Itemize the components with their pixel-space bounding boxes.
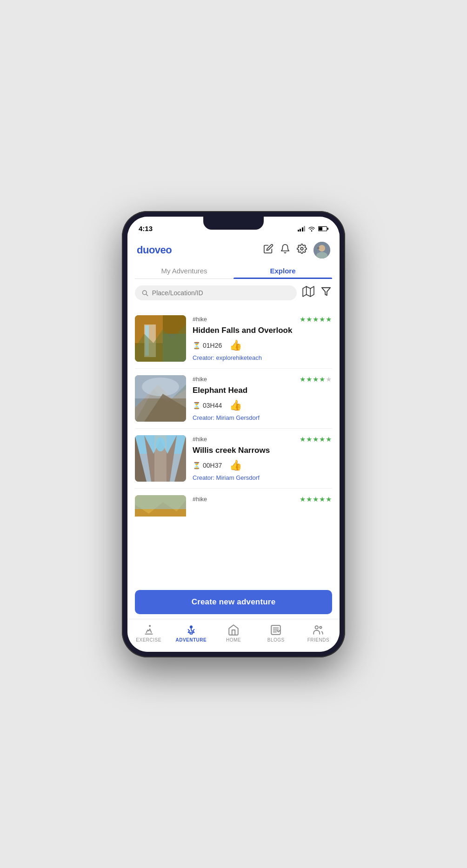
adventure-info: #hike ★★★★★ Hidden Falls and Overlook ⏳ …	[193, 315, 332, 362]
blogs-icon	[270, 624, 282, 636]
adventure-stars: ★★★★★	[300, 435, 332, 444]
home-icon	[227, 624, 240, 636]
tab-explore[interactable]: Explore	[234, 262, 332, 278]
thumbup-icon[interactable]: 👍	[229, 459, 242, 471]
creator[interactable]: Creator: explorehiketeach	[193, 354, 332, 361]
signal-icon	[298, 226, 306, 232]
adventure-top: #hike ★★★★★	[193, 375, 332, 384]
adventure-info-partial: #hike ★★★★★	[193, 495, 332, 517]
hourglass-icon: ⏳	[193, 462, 200, 469]
hourglass-icon: ⏳	[193, 342, 200, 349]
time-badge: ⏳ 01H26	[193, 342, 222, 349]
adventure-stars: ★★★★★	[300, 315, 332, 324]
svg-point-44	[315, 626, 319, 629]
duration: 03H44	[203, 402, 222, 409]
battery-icon	[318, 226, 328, 232]
duration: 00H37	[203, 462, 222, 469]
adventure-title: Hidden Falls and Overlook	[193, 326, 332, 335]
nav-item-friends[interactable]: FRIENDS	[297, 622, 340, 644]
svg-point-3	[300, 247, 303, 250]
nav-item-adventure[interactable]: ADVENTURE	[170, 622, 212, 644]
adventure-tag-partial: #hike	[193, 496, 207, 503]
nav-label-adventure: ADVENTURE	[175, 637, 207, 643]
svg-rect-8	[317, 247, 320, 249]
avatar[interactable]	[314, 242, 330, 258]
adventure-meta: ⏳ 01H26 👍	[193, 339, 332, 351]
adventure-image-partial	[135, 495, 186, 517]
adventure-item[interactable]: #hike ★★★★★ Willis creek Narrows ⏳ 00H37…	[135, 429, 332, 489]
adventure-meta: ⏳ 00H37 👍	[193, 459, 332, 471]
adventure-meta: ⏳ 03H44 👍	[193, 399, 332, 411]
svg-line-39	[193, 629, 194, 630]
edit-icon[interactable]	[263, 244, 274, 256]
nav-item-home[interactable]: HOME	[212, 622, 254, 644]
search-input[interactable]	[152, 289, 290, 297]
nav-label-home: HOME	[226, 637, 241, 643]
status-bar: 4:13	[127, 217, 340, 237]
notch	[203, 217, 264, 230]
svg-point-7	[319, 245, 325, 252]
create-btn-wrap: Create new adventure	[127, 585, 340, 619]
nav-label-blogs: BLOGS	[267, 637, 285, 643]
adventure-image	[135, 375, 186, 422]
adventure-tag: #hike	[193, 436, 207, 443]
adventure-image	[135, 315, 186, 362]
app-logo: duoveo	[137, 244, 172, 256]
nav-label-exercise: EXERCISE	[136, 637, 161, 643]
map-icon[interactable]	[301, 285, 315, 301]
creator[interactable]: Creator: Miriam Gersdorf	[193, 414, 332, 421]
time-badge: ⏳ 03H44	[193, 402, 222, 409]
adventure-stars: ★★★★★	[300, 375, 332, 384]
gear-icon[interactable]	[297, 244, 307, 256]
friends-icon	[312, 624, 324, 636]
adventure-item-partial: #hike ★★★★★	[135, 489, 332, 517]
svg-marker-11	[303, 286, 314, 297]
svg-line-10	[146, 294, 147, 295]
search-bar	[135, 285, 332, 301]
svg-rect-36	[135, 495, 186, 509]
phone-frame: 4:13	[122, 211, 345, 657]
adventure-item[interactable]: #hike ★★★★★ Hidden Falls and Overlook ⏳ …	[135, 309, 332, 369]
creator[interactable]: Creator: Miriam Gersdorf	[193, 474, 332, 481]
adventure-top: #hike ★★★★★	[193, 435, 332, 444]
adventure-title: Elephant Head	[193, 386, 332, 395]
search-icon	[141, 289, 148, 297]
svg-point-33	[156, 437, 165, 451]
app-content: duoveo	[127, 237, 340, 652]
adventure-title: Willis creek Narrows	[193, 446, 332, 455]
adventures-list: #hike ★★★★★ Hidden Falls and Overlook ⏳ …	[127, 305, 340, 585]
status-icons	[298, 226, 329, 232]
app-header: duoveo	[127, 237, 340, 262]
time-badge: ⏳ 00H37	[193, 462, 222, 469]
header-icons	[263, 242, 330, 258]
tabs: My Adventures Explore	[135, 262, 332, 279]
map-filter-icons	[301, 285, 332, 301]
wifi-icon	[308, 226, 315, 232]
filter-icon[interactable]	[320, 285, 332, 300]
thumbup-icon[interactable]: 👍	[229, 399, 242, 411]
nav-item-exercise[interactable]: EXERCISE	[127, 622, 170, 644]
phone-screen: 4:13	[127, 217, 340, 652]
search-input-wrap	[135, 285, 297, 300]
svg-point-45	[320, 626, 322, 628]
adventure-image	[135, 435, 186, 482]
svg-marker-14	[322, 287, 330, 295]
adventure-stars-partial: ★★★★★	[300, 495, 332, 504]
bell-icon[interactable]	[280, 244, 290, 256]
status-time: 4:13	[139, 225, 153, 232]
thumbup-icon[interactable]: 👍	[229, 339, 242, 351]
svg-rect-1	[319, 227, 322, 230]
adventure-icon	[185, 624, 197, 636]
adventure-info: #hike ★★★★★ Elephant Head ⏳ 03H44 👍 Crea…	[193, 375, 332, 422]
adventure-info: #hike ★★★★★ Willis creek Narrows ⏳ 00H37…	[193, 435, 332, 482]
adventure-top-partial: #hike ★★★★★	[193, 495, 332, 504]
adventure-tag: #hike	[193, 316, 207, 323]
create-new-adventure-button[interactable]: Create new adventure	[135, 590, 332, 614]
adventure-item[interactable]: #hike ★★★★★ Elephant Head ⏳ 03H44 👍 Crea…	[135, 369, 332, 429]
svg-point-25	[142, 378, 179, 396]
tab-my-adventures[interactable]: My Adventures	[135, 262, 234, 278]
nav-label-friends: FRIENDS	[307, 637, 329, 643]
nav-item-blogs[interactable]: BLOGS	[255, 622, 297, 644]
svg-rect-2	[327, 227, 328, 230]
exercise-icon	[143, 624, 155, 636]
